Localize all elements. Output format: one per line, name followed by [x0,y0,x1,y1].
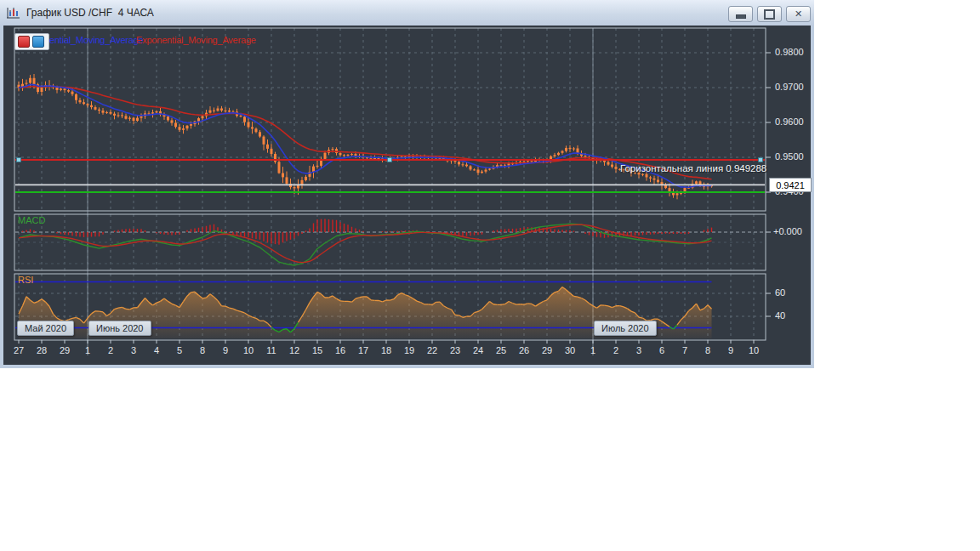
month-label-box: Июнь 2020 [88,321,151,336]
ema-slow-line [19,87,712,179]
time-tick-label: 1 [590,345,595,355]
time-tick-label: 25 [496,345,506,355]
time-tick-label: 5 [177,345,182,355]
month-label-box: Май 2020 [17,321,74,336]
time-tick-label: 27 [14,345,24,355]
time-tick-label: 3 [131,345,136,355]
price-tick-label: 0.9700 [775,82,804,92]
time-tick-label: 22 [427,345,437,355]
time-tick-label: 10 [749,345,759,355]
time-tick-label: 3 [636,345,641,355]
price-tick-label: 0.9600 [775,116,804,127]
time-tick-label: 1 [85,345,90,355]
window-frame-right [811,26,814,368]
time-tick-label: 2 [108,345,113,355]
chart-quick-buttons [14,33,49,50]
hline-tooltip: Горизонтальная линия 0.949288 [620,163,766,173]
rsi-tick-label: 40 [775,310,785,321]
time-tick-label: 6 [659,345,664,355]
hline-selection-handle [388,157,392,162]
time-tick-label: 17 [358,345,368,355]
macd-label: MACD [18,215,45,225]
time-tick-label: 23 [450,345,460,355]
time-tick-label: 30 [565,345,575,355]
time-tick-label: 10 [243,345,254,355]
horizontal-line-object[interactable] [15,157,765,162]
macd-zero-label: +0.000 [773,226,802,236]
time-tick-label: 8 [705,345,710,355]
rsi-label: RSI [18,275,33,285]
time-tick-label: 12 [289,345,299,355]
time-tick-label: 9 [223,345,228,355]
time-tick-label: 15 [312,345,322,355]
time-tick-label: 29 [60,345,70,355]
window-frame-bottom [0,365,814,368]
time-tick-label: 28 [37,345,47,355]
hline-selection-handle [759,157,763,162]
time-tick-label: 11 [266,345,276,355]
chart-canvas[interactable] [0,0,814,368]
ema-fast-label: ential_Moving_Average [49,35,144,45]
rsi-tick-label: 60 [775,287,785,298]
time-tick-label: 19 [404,345,414,355]
time-tick-label: 9 [728,345,733,355]
time-tick-label: 16 [335,345,345,355]
window-frame-left [0,26,3,368]
time-tick-label: 2 [613,345,618,355]
time-tick-label: 4 [154,345,159,355]
time-tick-label: 7 [682,345,687,355]
time-tick-label: 8 [200,345,205,355]
candlesticks [18,74,714,199]
ema-slow-label: Exponential_Moving_Average [136,35,256,45]
price-tick-label: 0.9800 [775,47,804,57]
month-label-box: Июль 2020 [594,321,657,336]
chart-window: График USD /CHF 4 ЧАСА ✕ ential_Moving_A… [0,0,814,368]
current-price-box: 0.9421 [769,178,812,192]
time-tick-label: 26 [519,345,529,355]
time-scale[interactable]: 2728291234589101112151617181922232425262… [3,341,768,361]
price-tick-label: 0.9500 [775,151,804,162]
hline-selection-handle [17,157,21,162]
sell-quick-button[interactable] [18,36,30,48]
time-tick-label: 18 [381,345,391,355]
time-tick-label: 24 [473,345,483,355]
time-tick-label: 29 [542,345,552,355]
buy-quick-button[interactable] [32,36,44,48]
